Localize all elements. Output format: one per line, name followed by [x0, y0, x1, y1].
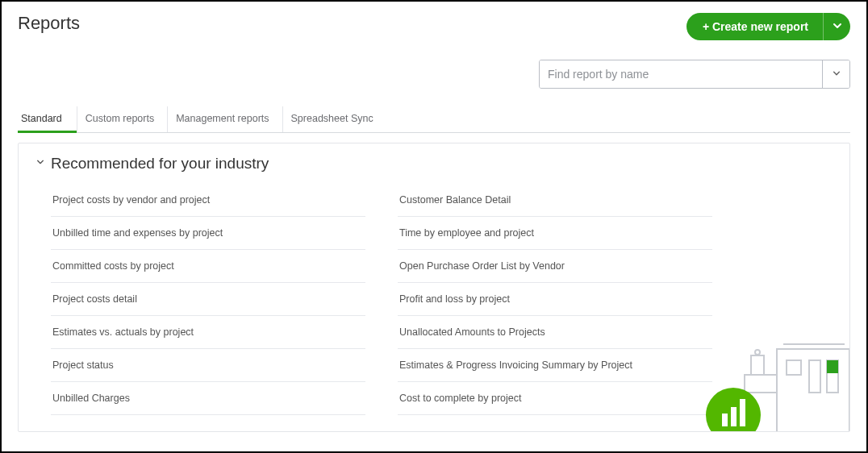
report-link[interactable]: Committed costs by project — [51, 250, 365, 283]
section-header: Recommended for your industry — [36, 155, 832, 172]
create-report-dropdown[interactable] — [823, 13, 850, 40]
tab-custom-reports[interactable]: Custom reports — [77, 106, 168, 132]
section-title: Recommended for your industry — [51, 155, 269, 172]
report-link[interactable]: Unbilled Charges — [51, 382, 365, 415]
report-link[interactable]: Time by employee and project — [398, 217, 712, 250]
report-link[interactable]: Estimates vs. actuals by project — [51, 316, 365, 349]
chevron-down-icon — [833, 69, 841, 80]
report-link[interactable]: Project costs by vendor and project — [51, 184, 365, 217]
report-link[interactable]: Open Purchase Order List by Vendor — [398, 250, 712, 283]
report-link[interactable]: Project costs detail — [51, 283, 365, 316]
page-title: Reports — [18, 13, 80, 34]
search-container — [539, 60, 850, 89]
report-link[interactable]: Profit and loss by project — [398, 283, 712, 316]
tab-spreadsheet-sync[interactable]: Spreadsheet Sync — [283, 106, 386, 132]
report-column-left: Project costs by vendor and project Unbi… — [51, 184, 365, 415]
create-report-group: + Create new report — [686, 13, 850, 40]
report-link[interactable]: Cost to complete by project — [398, 382, 712, 415]
tab-management-reports[interactable]: Management reports — [168, 106, 282, 132]
report-column-right: Customer Balance Detail Time by employee… — [398, 184, 712, 415]
reports-panel: Recommended for your industry Project co… — [18, 143, 850, 432]
collapse-icon[interactable] — [36, 158, 44, 168]
report-link[interactable]: Estimates & Progress Invoicing Summary b… — [398, 349, 712, 382]
search-input[interactable] — [540, 60, 822, 88]
tab-bar: Standard Custom reports Management repor… — [18, 106, 850, 133]
search-dropdown[interactable] — [822, 60, 849, 88]
report-link[interactable]: Unbilled time and expenses by project — [51, 217, 365, 250]
report-link[interactable]: Customer Balance Detail — [398, 184, 712, 217]
tab-standard[interactable]: Standard — [18, 106, 77, 132]
create-report-button[interactable]: + Create new report — [686, 13, 823, 40]
chevron-down-icon — [833, 20, 842, 33]
report-link[interactable]: Project status — [51, 349, 365, 382]
svg-rect-11 — [722, 414, 728, 426]
report-link[interactable]: Unallocated Amounts to Projects — [398, 316, 712, 349]
